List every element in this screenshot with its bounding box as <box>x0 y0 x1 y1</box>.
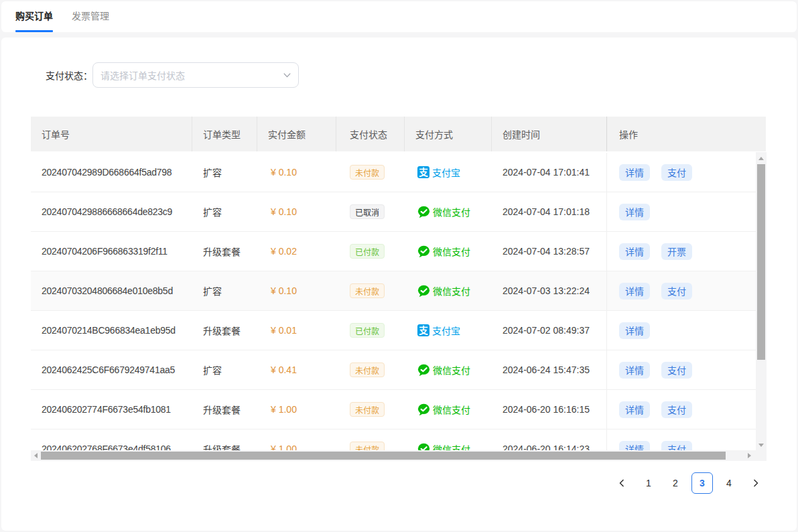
svg-text:支: 支 <box>418 325 428 336</box>
svg-text:支: 支 <box>418 167 428 178</box>
